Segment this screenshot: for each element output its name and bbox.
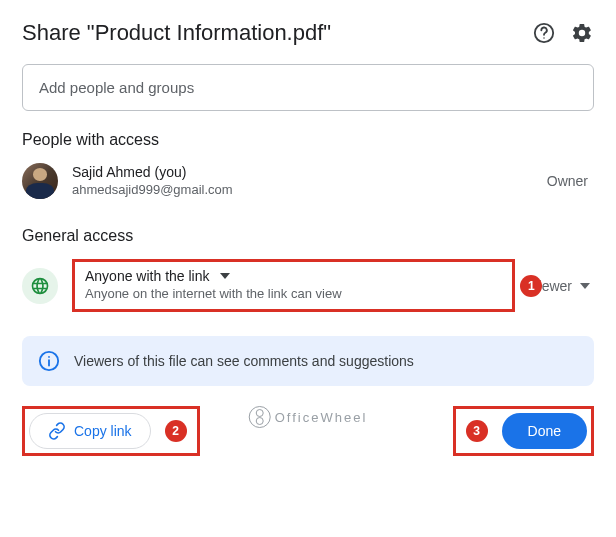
globe-icon [22,268,58,304]
info-banner-text: Viewers of this file can see comments an… [74,353,414,369]
copy-link-label: Copy link [74,423,132,439]
watermark-text: OfficeWheel [275,410,368,425]
person-row: Sajid Ahmed (you) ahmedsajid999@gmail.co… [22,163,594,199]
watermark: OfficeWheel [249,406,368,428]
svg-point-4 [48,356,50,358]
callout-badge-2: 2 [165,420,187,442]
person-email: ahmedsajid999@gmail.com [72,182,533,199]
access-scope-dropdown[interactable]: Anyone with the link [85,268,502,284]
person-name: Sajid Ahmed (you) [72,163,533,181]
callout-badge-1: 1 [520,275,542,297]
avatar [22,163,58,199]
people-with-access-heading: People with access [22,131,594,149]
annotation-box-2: Copy link 2 [22,406,200,456]
general-access-heading: General access [22,227,594,245]
callout-badge-3: 3 [466,420,488,442]
link-icon [48,422,66,440]
add-people-input[interactable] [22,64,594,111]
info-icon [38,350,60,372]
info-banner: Viewers of this file can see comments an… [22,336,594,386]
access-scope-description: Anyone on the internet with the link can… [85,286,502,301]
done-button[interactable]: Done [502,413,587,449]
copy-link-button[interactable]: Copy link [29,413,151,449]
gear-icon[interactable] [570,21,594,45]
annotation-box-3: 3 Done [453,406,594,456]
access-scope-label: Anyone with the link [85,268,210,284]
annotation-box-1: Anyone with the link Anyone on the inter… [72,259,515,312]
svg-point-1 [543,37,544,38]
help-icon[interactable] [532,21,556,45]
chevron-down-icon [220,273,230,279]
dialog-title: Share "Product Information.pdf" [22,20,331,46]
person-role: Owner [547,173,594,189]
chevron-down-icon [580,283,590,289]
watermark-logo-icon [249,406,271,428]
